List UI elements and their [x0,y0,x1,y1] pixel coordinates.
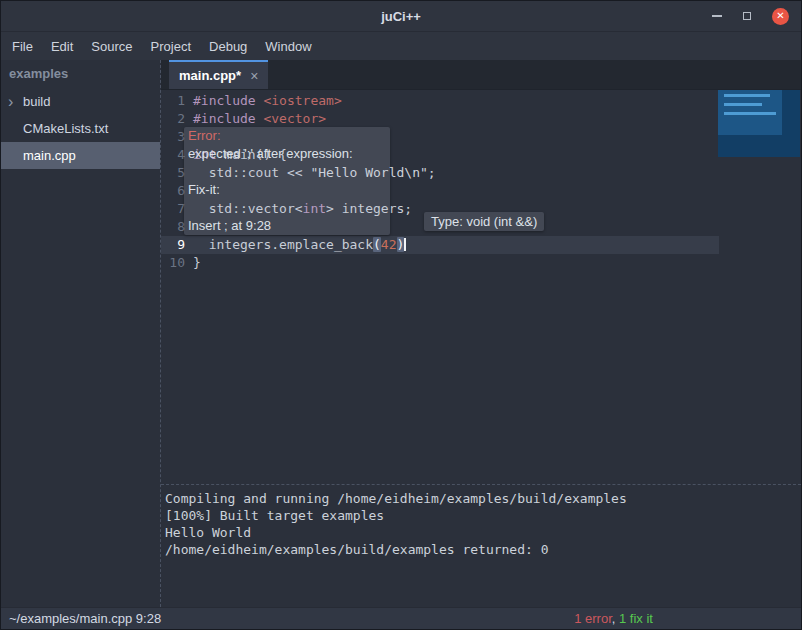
terminal-output[interactable]: Compiling and running /home/eidheim/exam… [161,484,801,607]
line-number: 1 [161,92,193,110]
menu-window[interactable]: Window [256,32,320,60]
tree-item-label: main.cpp [23,148,76,163]
line-number: 10 [161,254,193,272]
menu-debug[interactable]: Debug [200,32,256,60]
close-icon[interactable]: ✕ [772,8,789,25]
fixit-suggestion: Insert ; at 9:28 [188,217,390,235]
tree-item-maincpp[interactable]: main.cpp [1,142,160,169]
project-name-label: examples [1,60,160,88]
tabbar: main.cpp* × [161,60,801,90]
error-tooltip: Error: expected ';' after expression: Fi… [184,127,390,235]
window-title: juCi++ [1,9,801,24]
error-tooltip-spacer [188,163,390,181]
code-line[interactable]: 10} [161,254,719,272]
window-controls: ✕ [712,8,801,25]
tab-close-icon[interactable]: × [250,69,258,83]
text-cursor [404,238,406,251]
code-line[interactable]: 2#include <vector> [161,110,719,128]
terminal-line: [100%] Built target examples [165,507,801,524]
code-line[interactable]: 9 integers.emplace_back(42) [161,236,719,254]
menubar: File Edit Source Project Debug Window [1,32,801,60]
code-text: #include <iostream> [193,92,342,110]
tree-item-label: build [23,94,50,109]
terminal-line: Hello World [165,524,801,541]
menu-edit[interactable]: Edit [42,32,82,60]
statusbar: ~/examples/main.cpp 9:28 1 error, 1 fix … [1,607,801,629]
terminal-line: /home/eidheim/examples/build/examples re… [165,541,801,558]
tree-item-label: CMakeLists.txt [23,121,108,136]
tab-maincpp[interactable]: main.cpp* × [169,60,268,89]
menu-file[interactable]: File [3,32,42,60]
tab-label: main.cpp* [179,68,241,83]
minimize-icon[interactable] [712,15,722,17]
line-number: 9 [161,236,193,254]
editor-column: main.cpp* × 1#include <iostream>2#includ… [161,60,801,607]
code-line[interactable]: 1#include <iostream> [161,92,719,110]
code-text: integers.emplace_back(42) [193,236,406,254]
terminal-line: Compiling and running /home/eidheim/exam… [165,490,801,507]
status-error-count: 1 error [574,611,612,626]
code-editor[interactable]: 1#include <iostream>2#include <vector>34… [161,90,801,484]
app-window: juCi++ ✕ File Edit Source Project Debug … [0,0,802,630]
status-fixit-count: 1 fix it [619,611,653,626]
error-tooltip-title: Error: [188,127,390,145]
file-tree-sidebar: examples › build CMakeLists.txt main.cpp [1,60,161,607]
line-number: 2 [161,110,193,128]
type-tooltip: Type: void (int &&) [424,212,544,231]
titlebar[interactable]: juCi++ ✕ [1,1,801,32]
code-text: } [193,254,201,272]
code-text: #include <vector> [193,110,326,128]
chevron-right-icon: › [8,88,13,115]
fixit-spacer [188,199,390,217]
preview-box [718,90,800,157]
error-tooltip-message: expected ';' after expression: [188,145,390,163]
main-body: examples › build CMakeLists.txt main.cpp… [1,60,801,607]
status-file-location: ~/examples/main.cpp 9:28 [9,611,161,626]
menu-project[interactable]: Project [142,32,200,60]
menu-source[interactable]: Source [82,32,141,60]
status-diagnostics: 1 error, 1 fix it [574,611,653,626]
restore-icon[interactable] [743,12,751,20]
status-separator: , [612,611,619,626]
tree-item-build[interactable]: › build [1,88,160,115]
fixit-label: Fix-it: [188,181,390,199]
tree-item-cmakelists[interactable]: CMakeLists.txt [1,115,160,142]
